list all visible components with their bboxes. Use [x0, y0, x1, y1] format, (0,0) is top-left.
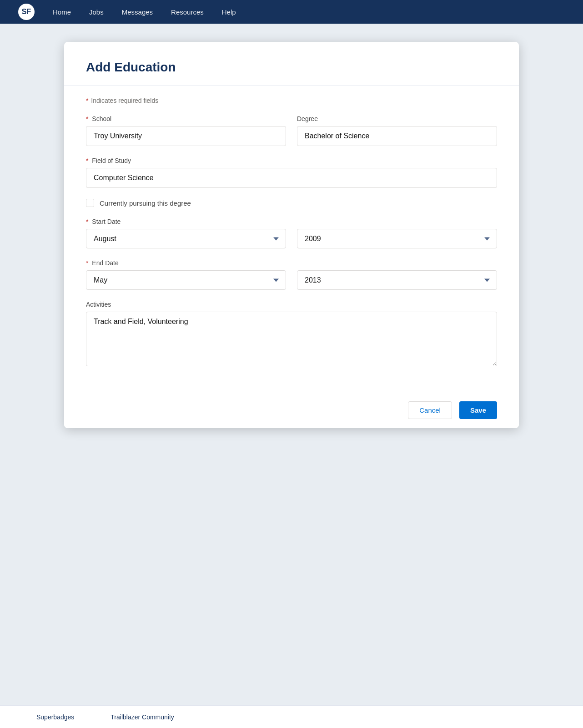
modal-title: Add Education: [86, 60, 497, 75]
nav-bar: SF Home Jobs Messages Resources Help: [0, 0, 583, 24]
currently-pursuing-label: Currently pursuing this degree: [100, 199, 191, 207]
currently-pursuing-row: Currently pursuing this degree: [86, 199, 497, 207]
end-date-required-star: *: [86, 259, 88, 267]
start-year-group: 2005 2006 2007 2008 2009 2010 2011 2012 …: [297, 218, 497, 248]
save-button[interactable]: Save: [459, 401, 497, 419]
start-month-wrapper: January February March April May June Ju…: [86, 229, 286, 248]
modal-footer: Cancel Save: [64, 392, 519, 428]
end-date-label: * End Date: [86, 259, 286, 267]
degree-group: Degree: [297, 115, 497, 146]
required-note: * Indicates required fields: [86, 97, 497, 104]
activities-group: Activities Track and Field, Volunteering: [86, 301, 497, 366]
bottom-bar: Superbadges Trailblazer Community: [0, 705, 583, 728]
nav-item-messages[interactable]: Messages: [122, 8, 153, 16]
end-year-wrapper: 2010 2011 2012 2013 2014 2015: [297, 270, 497, 290]
nav-item-resources[interactable]: Resources: [171, 8, 204, 16]
end-date-row: * End Date January February March April …: [86, 259, 497, 290]
end-year-label: [297, 259, 497, 267]
field-required-star: *: [86, 157, 88, 164]
start-year-label: [297, 218, 497, 225]
activities-label: Activities: [86, 301, 497, 308]
end-year-select[interactable]: 2010 2011 2012 2013 2014 2015: [297, 270, 497, 290]
start-date-required-star: *: [86, 218, 88, 225]
activities-textarea[interactable]: Track and Field, Volunteering: [86, 312, 497, 366]
field-of-study-input[interactable]: [86, 168, 497, 188]
nav-item-jobs[interactable]: Jobs: [89, 8, 104, 16]
school-group: * School: [86, 115, 286, 146]
school-degree-row: * School Degree: [86, 115, 497, 146]
start-year-select[interactable]: 2005 2006 2007 2008 2009 2010 2011 2012 …: [297, 229, 497, 248]
start-date-label: * Start Date: [86, 218, 286, 225]
start-date-group: * Start Date January February March Apri…: [86, 218, 286, 248]
end-date-group: * End Date January February March April …: [86, 259, 286, 290]
end-month-wrapper: January February March April May June Ju…: [86, 270, 286, 290]
school-input[interactable]: [86, 126, 286, 146]
degree-input[interactable]: [297, 126, 497, 146]
activities-row: Activities Track and Field, Volunteering: [86, 301, 497, 366]
end-year-group: 2010 2011 2012 2013 2014 2015: [297, 259, 497, 290]
start-month-select[interactable]: January February March April May June Ju…: [86, 229, 286, 248]
school-required-star: *: [86, 115, 88, 122]
cancel-button[interactable]: Cancel: [408, 401, 452, 419]
required-star: *: [86, 97, 88, 104]
field-of-study-row: * Field of Study: [86, 157, 497, 188]
field-of-study-group: * Field of Study: [86, 157, 497, 188]
nav-logo: SF: [18, 4, 35, 20]
nav-item-help[interactable]: Help: [222, 8, 236, 16]
bottom-bar-community[interactable]: Trailblazer Community: [111, 713, 174, 721]
modal-header: Add Education: [64, 42, 519, 86]
currently-pursuing-checkbox[interactable]: [86, 199, 94, 207]
modal-body: * Indicates required fields * School Deg…: [64, 86, 519, 392]
add-education-modal: Add Education * Indicates required field…: [64, 42, 519, 428]
degree-label: Degree: [297, 115, 497, 122]
bottom-bar-superbadges[interactable]: Superbadges: [36, 713, 74, 721]
end-month-select[interactable]: January February March April May June Ju…: [86, 270, 286, 290]
field-of-study-label: * Field of Study: [86, 157, 497, 164]
start-year-wrapper: 2005 2006 2007 2008 2009 2010 2011 2012 …: [297, 229, 497, 248]
start-date-row: * Start Date January February March Apri…: [86, 218, 497, 248]
school-label: * School: [86, 115, 286, 122]
nav-item-home[interactable]: Home: [53, 8, 71, 16]
